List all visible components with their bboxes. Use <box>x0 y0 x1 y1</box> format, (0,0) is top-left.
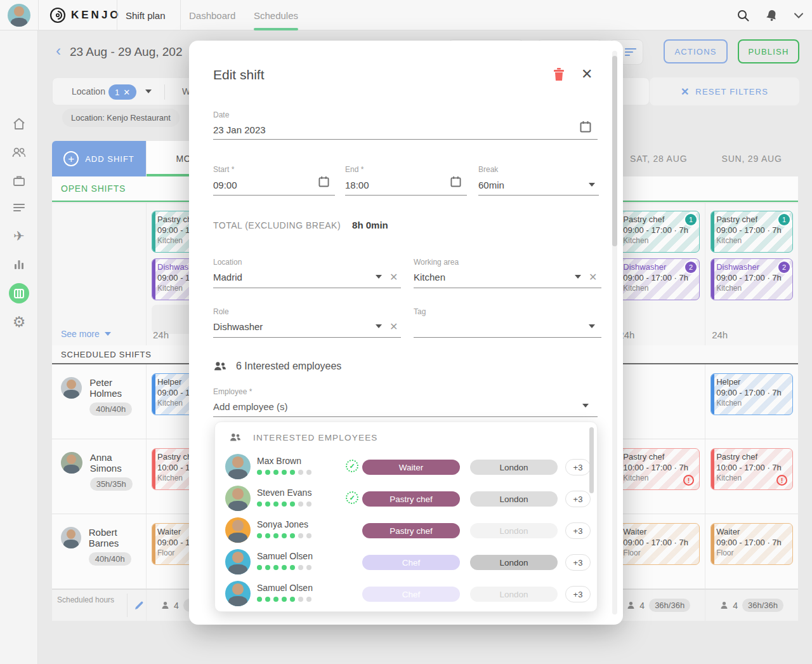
kenjo-logo[interactable]: KENJO <box>49 7 121 23</box>
top-navbar: KENJO Shift plan Dashboard Schedules <box>0 0 812 30</box>
open-shift-card-pastry-chef[interactable]: 1 Pastry chef 09:00 - 17:00 · 7h Kitchen <box>710 211 793 253</box>
time-off-airplane-icon[interactable]: ✈ <box>0 229 38 244</box>
role-field-value[interactable]: Dishwasher <box>213 321 263 332</box>
day-stats-sunday: 436h/36h <box>705 590 798 621</box>
filter-count: 1 <box>115 88 119 97</box>
location-clear-x-icon[interactable]: ✕ <box>390 273 398 282</box>
employee-option-samuel-olsen[interactable]: Samuel Olsen Chef London +3 <box>215 547 597 578</box>
tab-sunday[interactable]: SUN, 29 AUG <box>705 141 798 176</box>
home-icon[interactable] <box>0 117 38 131</box>
rating-dot <box>273 501 278 507</box>
shift-card-pastry-chef[interactable]: Pastry chef 10:00 - 17:00 · 7h Kitchen ! <box>617 448 700 490</box>
location-pill: London <box>470 491 558 507</box>
shift-plan-active-icon[interactable] <box>0 283 38 303</box>
break-field-value[interactable]: 60min <box>478 180 504 190</box>
shift-time: 09:00 - 17:00 · 7h <box>623 225 694 235</box>
close-modal-x-icon[interactable]: ✕ <box>581 66 593 83</box>
calendar-icon[interactable] <box>450 176 461 187</box>
shift-card-waiter[interactable]: Waiter 09:00 - 17:00 · 7h Floor <box>617 523 700 565</box>
publish-button[interactable]: PUBLISH <box>738 39 799 63</box>
edit-pencil-icon[interactable] <box>131 590 146 621</box>
shift-card-pastry-chef[interactable]: Pastry chef 10:00 - 17:00 · 7h Kitchen ! <box>710 448 793 490</box>
left-sidebar: ✈ ⚙ <box>0 30 38 664</box>
active-filter-chip[interactable]: Location: Kenjo Restaurant <box>62 109 180 127</box>
add-shift-button[interactable]: +ADD SHIFT <box>52 141 146 176</box>
date-field-label: Date <box>213 110 229 119</box>
shift-card-helper[interactable]: Helper 09:00 - 17:00 · 7h Kitchen <box>710 373 793 415</box>
user-avatar[interactable] <box>8 4 30 27</box>
interested-employees-heading: 6 Interested employees <box>213 361 341 372</box>
actions-button[interactable]: ACTIONS <box>664 39 728 63</box>
field-underline <box>414 337 601 338</box>
people-icon[interactable] <box>0 145 38 159</box>
employee-field-label: Employee * <box>213 387 252 396</box>
employee-option-sonya-jones[interactable]: Sonya Jones Pastry chef London +3 <box>215 515 597 547</box>
briefcase-icon[interactable] <box>0 174 38 188</box>
settings-gear-icon[interactable]: ⚙ <box>0 314 38 330</box>
shift-time: 09:00 - 17:00 · 7h <box>623 273 694 282</box>
tab-shift-plan[interactable]: Shift plan <box>126 0 166 30</box>
see-more-link[interactable]: See more <box>61 329 111 339</box>
employee-avatar <box>225 549 251 574</box>
open-shift-card-dishwasher[interactable]: 2 Dishwasher 09:00 - 17:00 · 7h Kitchen <box>710 258 793 300</box>
employee-option-max-brown[interactable]: Max Brown ✓ Waiter London +3 <box>215 451 597 483</box>
location-caret-icon[interactable] <box>376 275 382 279</box>
working-area-caret-icon[interactable] <box>575 275 581 279</box>
plus-icon: + <box>63 151 79 166</box>
working-area-field-value[interactable]: Kitchen <box>414 272 445 282</box>
tab-saturday-label: SAT, 28 AUG <box>630 154 687 164</box>
employee-option-steven-evans[interactable]: Steven Evans ✓ Pastry chef London +3 <box>215 483 597 515</box>
notifications-bell-icon[interactable] <box>766 9 778 22</box>
rating-dot <box>257 597 262 602</box>
location-filter-label[interactable]: Location <box>72 86 105 96</box>
employee-option-samuel-olsen-2[interactable]: Samuel Olsen Chef London +3 <box>215 578 597 610</box>
location-filter-count-pill[interactable]: 1✕ <box>108 84 136 100</box>
location-pill: London <box>470 555 558 570</box>
location-pill: London <box>470 523 558 538</box>
calendar-icon[interactable] <box>318 176 329 187</box>
date-field-value[interactable]: 23 Jan 2023 <box>213 124 266 135</box>
people-icon <box>213 361 227 372</box>
dropdown-scrollbar-thumb[interactable] <box>589 427 594 493</box>
rating-dot <box>306 501 311 507</box>
rating-dots <box>257 597 311 602</box>
location-filter-caret-icon[interactable] <box>145 90 152 93</box>
rating-dot <box>290 565 295 570</box>
reports-bar-chart-icon[interactable] <box>0 258 38 270</box>
rating-dot <box>257 565 262 570</box>
delete-shift-trash-icon[interactable] <box>553 67 565 81</box>
tab-schedules[interactable]: Schedules <box>254 0 298 30</box>
shift-card-waiter[interactable]: Waiter 09:00 - 17:00 · 7h Floor <box>710 523 793 565</box>
shift-title: Pastry chef <box>623 452 694 461</box>
location-field-value[interactable]: Madrid <box>213 272 242 282</box>
employee-caret-icon[interactable] <box>582 404 589 408</box>
previous-week-chevron-icon[interactable]: ‹ <box>56 43 61 58</box>
day-total-hours: 24h <box>153 329 169 340</box>
employee-field-placeholder[interactable]: Add employee (s) <box>213 401 288 412</box>
role-caret-icon[interactable] <box>376 324 382 328</box>
employee-avatar <box>225 517 251 543</box>
interested-employees-dropdown: INTERESTED EMPLOYEES Max Brown ✓ Waiter … <box>214 422 598 612</box>
start-field-value[interactable]: 09:00 <box>213 180 237 190</box>
approved-check-badge-icon: ✓ <box>346 460 358 472</box>
rating-dot <box>257 533 262 538</box>
tab-saturday[interactable]: SAT, 28 AUG <box>612 141 705 176</box>
rating-dot <box>298 533 303 538</box>
role-clear-x-icon[interactable]: ✕ <box>390 322 398 331</box>
interested-employees-count-label: 6 Interested employees <box>236 361 341 372</box>
working-area-clear-x-icon[interactable]: ✕ <box>589 273 597 282</box>
end-field-value[interactable]: 18:00 <box>345 180 369 190</box>
search-icon[interactable] <box>737 10 749 22</box>
break-caret-icon[interactable] <box>589 183 595 187</box>
reset-filters-button[interactable]: ✕ RESET FILTERS <box>650 77 799 105</box>
calendar-icon[interactable] <box>580 121 591 133</box>
chevron-down-icon[interactable] <box>794 13 803 18</box>
modal-scrollbar-thumb[interactable] <box>612 56 617 246</box>
working-area-field-label: Working area <box>414 258 459 267</box>
clear-filter-x-icon[interactable]: ✕ <box>123 88 130 97</box>
shift-list-icon[interactable] <box>0 202 38 215</box>
tab-dashboard[interactable]: Dashboard <box>189 0 235 30</box>
open-shift-card-dishwasher[interactable]: 2 Dishwasher 09:00 - 17:00 · 7h Kitchen <box>617 258 700 300</box>
tag-caret-icon[interactable] <box>589 324 595 328</box>
open-shift-card-pastry-chef[interactable]: 1 Pastry chef 09:00 - 17:00 · 7h Kitchen <box>617 211 700 253</box>
